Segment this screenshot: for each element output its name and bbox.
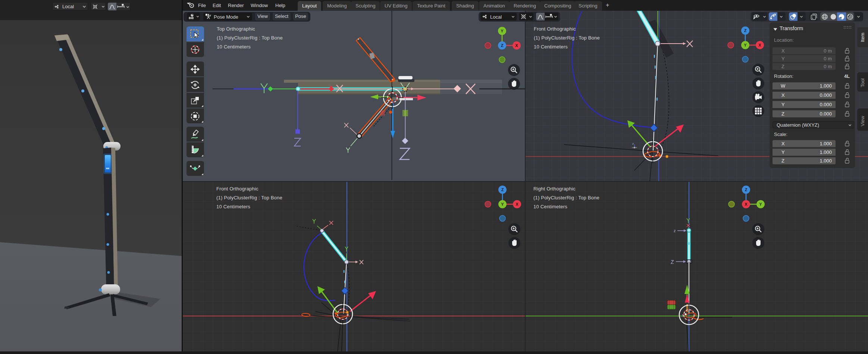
svg-text:X: X (758, 43, 761, 47)
svg-text:X: X (745, 202, 748, 206)
svg-text:X: X (516, 202, 518, 206)
svg-text:z: z (674, 228, 676, 233)
svg-text:Z: Z (671, 259, 674, 265)
svg-text:Y: Y (501, 202, 504, 206)
svg-text:Z: Z (501, 187, 504, 192)
svg-text:Z: Z (745, 187, 748, 192)
svg-text:Y: Y (501, 29, 504, 33)
svg-text:z: z (632, 142, 634, 145)
svg-text:Z: Z (501, 43, 504, 48)
svg-text:Y: Y (744, 43, 747, 47)
svg-text:z: z (682, 313, 684, 317)
svg-text:X: X (515, 43, 518, 48)
svg-text:Z: Z (744, 28, 747, 33)
svg-text:Y: Y (759, 202, 762, 206)
